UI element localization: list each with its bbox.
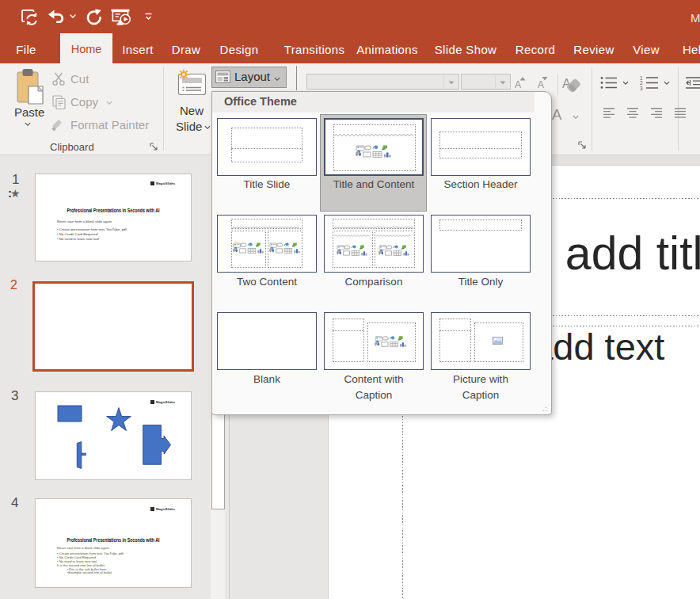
svg-text:3: 3 bbox=[640, 86, 643, 91]
